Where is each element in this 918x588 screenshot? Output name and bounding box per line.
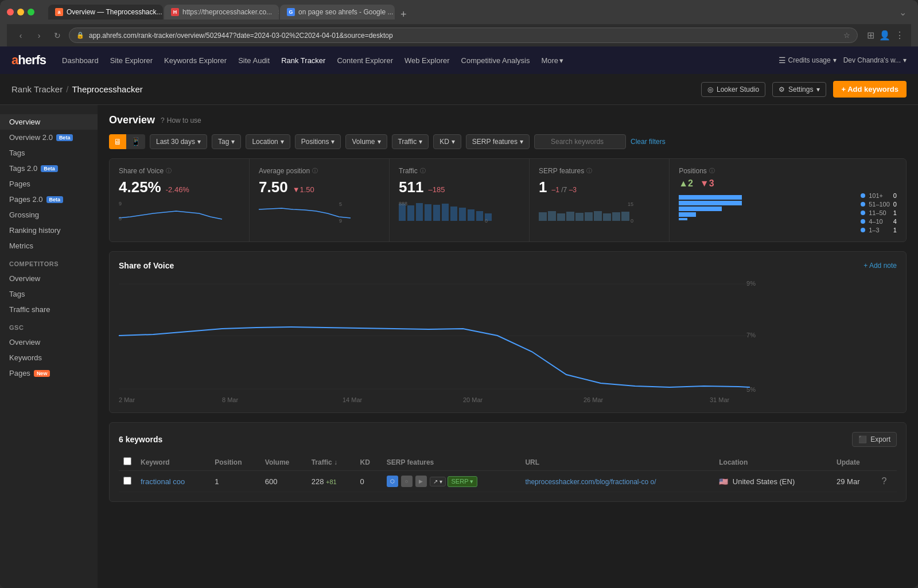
metric-serp-features: SERP features ⓘ 1 –1 /7 –3: [530, 159, 670, 242]
sidebar-item-metrics[interactable]: Metrics: [0, 238, 98, 254]
add-keywords-button[interactable]: + Add keywords: [833, 81, 907, 98]
looker-studio-button[interactable]: ◎ Looker Studio: [701, 82, 765, 97]
legend-value-4: 4: [893, 218, 897, 225]
url-link-1[interactable]: theprocesshacker.com/blog/fractional-co …: [525, 478, 656, 486]
svg-text:0: 0: [631, 218, 633, 224]
close-button[interactable]: [7, 9, 14, 15]
keywords-table: Keyword Position Volume Traffic ↓ KD SER…: [119, 454, 897, 492]
credits-usage-button[interactable]: ☰ Credits usage ▾: [779, 56, 837, 65]
keyword-link-1[interactable]: fractional coo: [141, 477, 185, 486]
info-icon-positions[interactable]: ⓘ: [709, 167, 715, 175]
positions-filter[interactable]: Positions ▾: [295, 134, 341, 149]
traffic-filter[interactable]: Traffic ▾: [392, 134, 429, 149]
settings-icon: ⚙: [779, 85, 785, 94]
browser-tab-1[interactable]: a Overview — Theprocesshack... ✕: [48, 5, 163, 20]
sidebar-item-traffic-share[interactable]: Traffic share: [0, 302, 98, 317]
sidebar-item-overview[interactable]: Overview: [0, 114, 98, 130]
export-icon: ⬛: [858, 435, 867, 443]
select-all-checkbox[interactable]: [123, 457, 131, 465]
col-kd: KD: [356, 454, 382, 471]
browser-tab-2[interactable]: H https://theprocesshacker.co... ✕: [164, 5, 279, 20]
sidebar-label-overview: Overview: [9, 118, 40, 126]
back-button[interactable]: ‹: [14, 31, 28, 40]
legend-row-4: 4–10 4: [861, 218, 897, 225]
nav-site-audit[interactable]: Site Audit: [234, 54, 274, 67]
nav-web-explorer[interactable]: Web Explorer: [400, 54, 454, 67]
help-icon-row[interactable]: ?: [881, 476, 886, 486]
sidebar-item-grossing[interactable]: Grossing: [0, 207, 98, 223]
settings-button[interactable]: ⚙ Settings ▾: [772, 82, 826, 97]
breadcrumb-root[interactable]: Rank Tracker: [11, 84, 63, 94]
nav-dashboard[interactable]: Dashboard: [57, 54, 103, 67]
search-keywords-input[interactable]: [534, 134, 626, 149]
trend-button-1[interactable]: ↗ ▾: [430, 477, 446, 486]
tab-close-2[interactable]: ✕: [278, 9, 279, 15]
serp-button-1[interactable]: SERP ▾: [448, 476, 478, 487]
positions-up: ▲2: [679, 178, 693, 189]
sidebar-item-pages[interactable]: Pages: [0, 176, 98, 192]
nav-competitive-analysis[interactable]: Competitive Analysis: [457, 54, 535, 67]
address-bar[interactable]: 🔒 app.ahrefs.com/rank-tracker/overview/5…: [69, 28, 858, 43]
mobile-view-button[interactable]: 📱: [126, 134, 145, 149]
sidebar-item-gsc-keywords[interactable]: Keywords: [0, 350, 98, 365]
info-icon-avgpos[interactable]: ⓘ: [312, 167, 318, 175]
profile-icon[interactable]: 👤: [879, 30, 890, 41]
extensions-icon[interactable]: ⊞: [867, 30, 874, 41]
export-button[interactable]: ⬛ Export: [852, 432, 897, 447]
svg-rect-33: [679, 218, 687, 220]
forward-button[interactable]: ›: [32, 31, 46, 40]
svg-text:3: 3: [119, 216, 122, 221]
sidebar-item-competitors-tags[interactable]: Tags: [0, 286, 98, 302]
nav-site-explorer[interactable]: Site Explorer: [106, 54, 157, 67]
sov-mini-chart: 9 3: [119, 201, 240, 224]
new-tab-button[interactable]: +: [396, 9, 411, 20]
serp-features-filter[interactable]: SERP features ▾: [466, 134, 530, 149]
col-actions: [877, 454, 897, 471]
date-range-filter[interactable]: Last 30 days ▾: [150, 134, 207, 149]
desktop-view-button[interactable]: 🖥: [109, 134, 126, 149]
tag-filter[interactable]: Tag ▾: [212, 134, 241, 149]
sidebar-label-overview2: Overview 2.0: [9, 133, 53, 142]
sidebar-item-gsc-pages[interactable]: Pages New: [0, 365, 98, 381]
sidebar-item-tags[interactable]: Tags: [0, 145, 98, 161]
sidebar-item-ranking-history[interactable]: Ranking history: [0, 223, 98, 238]
reload-button[interactable]: ↻: [50, 31, 64, 40]
metric-positions: Positions ⓘ ▲2 ▼3: [670, 159, 906, 242]
nav-keywords-explorer[interactable]: Keywords Explorer: [160, 54, 231, 67]
sidebar-item-tags2[interactable]: Tags 2.0 Beta: [0, 161, 98, 176]
menu-icon[interactable]: ⋮: [895, 30, 904, 41]
dev-user-button[interactable]: Dev Chandra's w... ▾: [843, 56, 907, 64]
sidebar-item-pages2[interactable]: Pages 2.0 Beta: [0, 192, 98, 207]
nav-more[interactable]: More▾: [536, 54, 568, 67]
svg-text:5: 5: [339, 201, 342, 207]
nav-content-explorer[interactable]: Content Explorer: [332, 54, 398, 67]
how-to-use-link[interactable]: ? How to use: [161, 116, 201, 124]
bookmark-icon[interactable]: ☆: [843, 31, 850, 40]
location-filter[interactable]: Location ▾: [246, 134, 290, 149]
nav-right-actions: ☰ Credits usage ▾ Dev Chandra's w... ▾: [779, 56, 907, 65]
svg-text:888: 888: [399, 201, 407, 207]
maximize-button[interactable]: [28, 9, 34, 15]
clear-filters-button[interactable]: Clear filters: [631, 138, 666, 146]
info-icon-traffic[interactable]: ⓘ: [420, 167, 426, 175]
sidebar-item-gsc-overview[interactable]: Overview: [0, 334, 98, 350]
kd-filter[interactable]: KD ▾: [433, 134, 461, 149]
row-checkbox-1[interactable]: [123, 477, 131, 485]
col-volume: Volume: [260, 454, 307, 471]
view-toggle: 🖥 📱: [109, 134, 145, 149]
svg-rect-21: [575, 213, 584, 221]
search-wrapper: 🔍: [534, 134, 626, 149]
minimize-button[interactable]: [17, 9, 24, 15]
metric-value-serp: 1 –1 /7 –3: [539, 178, 660, 196]
add-note-button[interactable]: + Add note: [863, 262, 897, 270]
sidebar-item-overview-2[interactable]: Overview 2.0 Beta: [0, 130, 98, 145]
nav-rank-tracker[interactable]: Rank Tracker: [277, 54, 330, 67]
keywords-table-header: 6 keywords ⬛ Export: [119, 432, 897, 447]
info-icon-serp[interactable]: ⓘ: [586, 167, 592, 175]
info-icon-sov[interactable]: ⓘ: [166, 167, 172, 175]
tab-list-button[interactable]: ⌄: [894, 7, 911, 18]
volume-filter[interactable]: Volume ▾: [345, 134, 387, 149]
sidebar-item-competitors-overview[interactable]: Overview: [0, 271, 98, 286]
col-location: Location: [714, 454, 832, 471]
browser-tab-3[interactable]: G on page seo ahrefs - Google ... ✕: [280, 5, 395, 20]
